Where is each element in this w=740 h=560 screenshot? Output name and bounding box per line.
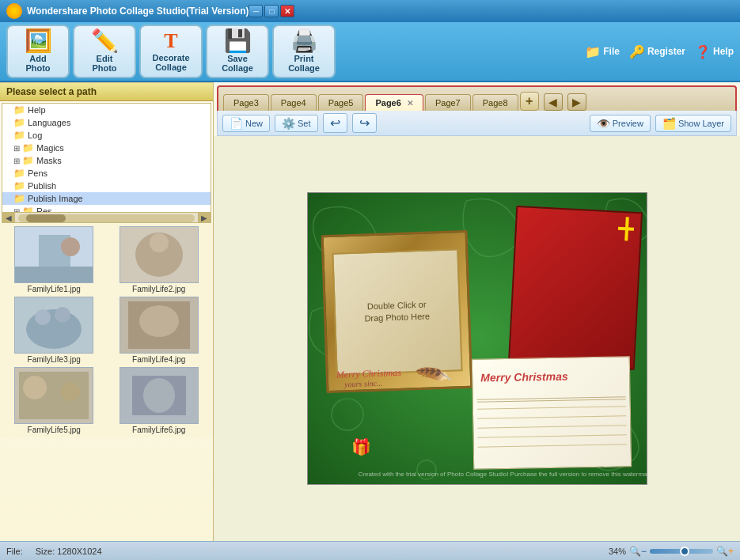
add-photo-button[interactable]: 🖼️ Add Photo xyxy=(6,25,70,78)
thumbnail-image xyxy=(14,367,93,424)
app-icon xyxy=(6,3,22,19)
redo-button[interactable]: ↪ xyxy=(352,113,377,133)
card-line-3 xyxy=(477,425,626,428)
toolbar-right: 📁 File 🔑 Register ❓ Help xyxy=(585,44,734,59)
tree-item-label: Log xyxy=(28,131,42,140)
sidebar: Please select a path 📁 Help 📁 Languages … xyxy=(0,82,214,541)
svg-point-8 xyxy=(26,309,82,349)
set-button[interactable]: ⚙️ Set xyxy=(275,115,318,132)
thumbnail-grid: FamilyLife1.jpg FamilyLife2.jpg xyxy=(0,223,213,437)
card-line-2 xyxy=(477,415,626,418)
edit-photo-button[interactable]: ✏️ Edit Photo xyxy=(73,25,136,78)
christmas-card xyxy=(507,206,642,370)
scrollbar-thumb[interactable] xyxy=(26,214,66,222)
tab-page3[interactable]: Page3 xyxy=(223,94,269,111)
show-layer-button[interactable]: 🗂️ Show Layer xyxy=(655,115,731,132)
svg-point-17 xyxy=(61,382,80,401)
svg-point-10 xyxy=(55,307,70,323)
save-collage-button[interactable]: 💾 Save Collage xyxy=(206,25,269,78)
zoom-slider[interactable] xyxy=(650,549,713,554)
undo-button[interactable]: ↩ xyxy=(323,113,347,133)
tree-item[interactable]: 📁 Publish xyxy=(2,180,211,192)
preview-button[interactable]: 👁️ Preview xyxy=(590,115,651,132)
thumbnail-item[interactable]: FamilyLife4.jpg xyxy=(108,297,211,364)
thumbnail-item[interactable]: FamilyLife1.jpg xyxy=(3,226,105,293)
file-button[interactable]: 📁 File xyxy=(585,44,620,59)
collage-canvas[interactable]: Double Click orDrag Photo Here Merry Chr… xyxy=(307,192,647,485)
help-button[interactable]: ❓ Help xyxy=(695,44,734,59)
tree-item[interactable]: ⊞ 📁 Magics xyxy=(2,142,211,154)
tree-item[interactable]: 📁 Log xyxy=(2,129,211,142)
file-status-label: File: xyxy=(6,547,23,556)
minimize-button[interactable]: ─ xyxy=(249,5,263,17)
tab-page8[interactable]: Page8 xyxy=(472,94,518,111)
photo-placeholder-text: Double Click orDrag Photo Here xyxy=(363,298,430,325)
tab-close-icon[interactable]: ✕ xyxy=(407,99,413,108)
horizontal-scrollbar[interactable]: ◀ ▶ xyxy=(2,212,211,223)
white-card: Merry Christmas xyxy=(471,356,631,469)
zoom-out-button[interactable]: 🔍− xyxy=(629,546,647,557)
thumbnail-label: FamilyLife5.jpg xyxy=(28,426,81,434)
thumbnail-item[interactable]: FamilyLife3.jpg xyxy=(3,297,105,364)
file-icon: 📁 xyxy=(585,44,601,59)
save-icon: 💾 xyxy=(224,30,252,52)
thumbnail-label: FamilyLife4.jpg xyxy=(132,355,185,364)
scroll-left-btn[interactable]: ◀ xyxy=(2,213,15,222)
thumbnail-item[interactable]: FamilyLife6.jpg xyxy=(108,367,211,434)
zoom-percent-label: 34% xyxy=(609,547,626,556)
tab-page5[interactable]: Page5 xyxy=(318,94,364,111)
chevron-right-icon: ▶ xyxy=(572,96,581,108)
close-button[interactable]: ✕ xyxy=(280,5,294,17)
tree-item-label: Res xyxy=(36,206,52,212)
register-button[interactable]: 🔑 Register xyxy=(629,44,685,59)
thumbnail-item[interactable]: FamilyLife5.jpg xyxy=(3,367,105,434)
zoom-thumb[interactable] xyxy=(680,547,689,556)
card-line-4 xyxy=(477,434,626,437)
folder-icon: 📁 xyxy=(22,142,34,153)
set-icon: ⚙️ xyxy=(282,117,295,130)
add-tab-button[interactable]: + xyxy=(520,92,539,111)
tree-item[interactable]: ⊞ 📁 Masks xyxy=(2,154,211,167)
set-label: Set xyxy=(298,119,311,128)
tree-item[interactable]: 📁 Pens xyxy=(2,167,211,180)
folder-icon: 📁 xyxy=(13,193,25,204)
sidebar-header: Please select a path xyxy=(0,83,213,101)
add-photo-label: Add Photo xyxy=(25,54,50,73)
thumbnail-item[interactable]: FamilyLife2.jpg xyxy=(108,226,211,293)
tree-item-label: Languages xyxy=(28,118,70,127)
tab-nav-prev-button[interactable]: ◀ xyxy=(544,93,563,111)
app-title: Wondershare Photo Collage Studio(Trial V… xyxy=(27,6,249,17)
folder-icon: 📁 xyxy=(13,104,25,115)
tree-item[interactable]: 📁 Languages xyxy=(2,116,211,129)
tree-item[interactable]: ⊞ 📁 Res xyxy=(2,205,211,212)
thumbnail-image xyxy=(120,367,199,424)
file-tree[interactable]: 📁 Help 📁 Languages 📁 Log ⊞ 📁 Magics xyxy=(2,103,211,212)
tabs-bar: Page3 Page4 Page5 Page6 ✕ Page7 Page8 + xyxy=(217,85,737,111)
zoom-in-button[interactable]: 🔍+ xyxy=(716,546,734,557)
svg-rect-3 xyxy=(15,267,93,282)
tab-page7[interactable]: Page7 xyxy=(425,94,471,111)
photo-frame[interactable]: Double Click orDrag Photo Here Merry Chr… xyxy=(321,230,472,393)
tree-item[interactable]: 📁 Publish Image xyxy=(2,192,211,205)
tab-page4[interactable]: Page4 xyxy=(271,94,317,111)
scroll-right-btn[interactable]: ▶ xyxy=(198,213,211,222)
svg-point-13 xyxy=(139,305,179,337)
decorate-collage-button[interactable]: T Decorate Collage xyxy=(139,25,203,78)
thumbnail-image xyxy=(120,226,199,283)
print-collage-button[interactable]: 🖨️ Print Collage xyxy=(272,25,336,78)
print-icon: 🖨️ xyxy=(290,30,318,52)
tab-nav-next-button[interactable]: ▶ xyxy=(567,93,586,111)
chevron-left-icon: ◀ xyxy=(548,96,557,108)
add-photo-icon: 🖼️ xyxy=(25,30,52,52)
folder-icon: 📁 xyxy=(22,206,34,212)
preview-label: Preview xyxy=(613,119,643,128)
tab-page6[interactable]: Page6 ✕ xyxy=(365,94,423,111)
thumbnail-label: FamilyLife3.jpg xyxy=(28,355,81,364)
decorate-collage-label: Decorate Collage xyxy=(152,53,189,72)
tree-item[interactable]: 📁 Help xyxy=(2,104,211,116)
new-button[interactable]: 📄 New xyxy=(222,115,270,132)
maximize-button[interactable]: □ xyxy=(264,5,279,17)
new-icon: 📄 xyxy=(230,117,243,130)
statusbar: File: Size: 1280X1024 34% 🔍− 🔍+ xyxy=(0,541,740,560)
svg-point-2 xyxy=(61,237,80,256)
